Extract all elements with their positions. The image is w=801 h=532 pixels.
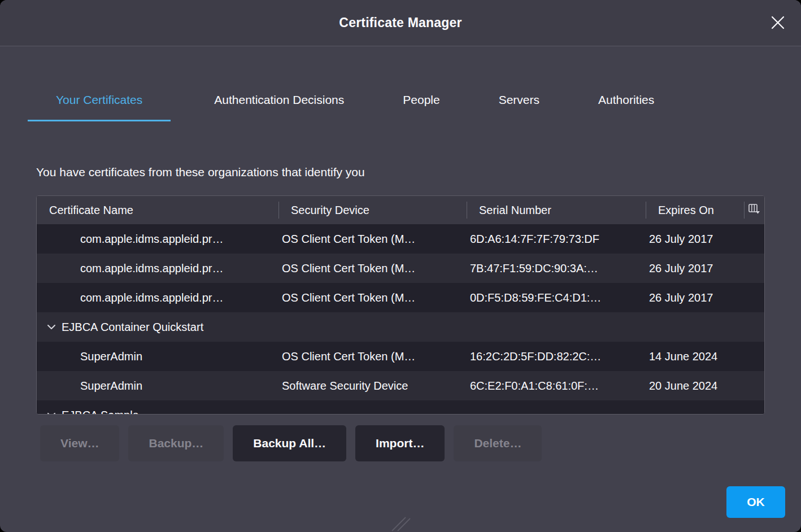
import-button[interactable]: Import… [355,425,445,461]
cell-security-device: Software Security Device [278,371,467,400]
column-header-expires-on[interactable]: Expires On [646,196,744,224]
tab-bar: Your Certificates Authentication Decisio… [28,80,773,121]
cell-expires-on: 20 June 2024 [646,371,764,400]
cell-certificate-name: SuperAdmin [37,342,278,371]
cell-certificate-name: com.apple.idms.appleid.pr… [37,254,278,283]
cell-serial-number: 16:2C:2D:5F:DD:82:2C:… [467,342,646,371]
tab-servers[interactable]: Servers [484,80,554,121]
backup-button[interactable]: Backup… [128,425,224,461]
group-label: EJBCA Sample [62,409,139,415]
dialog-titlebar: Certificate Manager [0,0,801,46]
tab-authentication-decisions[interactable]: Authentication Decisions [199,80,359,121]
close-icon [770,15,785,32]
backup-all-button[interactable]: Backup All… [233,425,346,461]
column-picker-button[interactable] [744,196,764,224]
cell-expires-on: 14 June 2024 [646,342,764,371]
table-row[interactable]: SuperAdmin OS Client Cert Token (M… 16:2… [37,342,764,371]
ok-button[interactable]: OK [726,486,785,518]
table-row[interactable]: SuperAdmin Software Security Device 6C:E… [37,371,764,400]
intro-text: You have certificates from these organiz… [36,165,365,179]
cell-security-device: OS Client Cert Token (M… [278,283,467,312]
column-header-certificate-name[interactable]: Certificate Name [37,196,278,224]
cell-serial-number: 0D:F5:D8:59:FE:C4:D1:… [467,283,646,312]
view-button[interactable]: View… [40,425,119,461]
column-picker-icon [748,204,760,216]
close-button[interactable] [769,15,786,32]
group-label: EJBCA Container Quickstart [62,321,203,334]
tab-your-certificates[interactable]: Your Certificates [28,80,171,121]
cell-security-device: OS Client Cert Token (M… [278,224,467,254]
cell-security-device: OS Client Cert Token (M… [278,254,467,283]
cell-expires-on: 26 July 2017 [646,283,764,312]
resize-grip[interactable] [389,516,411,532]
table-row[interactable]: com.apple.idms.appleid.pr… OS Client Cer… [37,224,764,254]
action-button-row: View… Backup… Backup All… Import… Delete… [40,425,542,461]
cell-security-device: OS Client Cert Token (M… [278,342,467,371]
table-group-row[interactable]: EJBCA Container Quickstart [37,312,764,342]
tab-authorities[interactable]: Authorities [584,80,669,121]
chevron-down-icon[interactable] [47,412,56,415]
table-group-row[interactable]: EJBCA Sample [37,400,764,415]
screen: Certificate Manager Your Certificates Au… [0,0,801,532]
table-row[interactable]: com.apple.idms.appleid.pr… OS Client Cer… [37,283,764,312]
column-header-security-device[interactable]: Security Device [278,196,467,224]
chevron-down-icon[interactable] [47,324,56,330]
cell-serial-number: 6D:A6:14:7F:7F:79:73:DF [467,224,646,254]
table-row[interactable]: com.apple.idms.appleid.pr… OS Client Cer… [37,254,764,283]
cell-serial-number: 7B:47:F1:59:DC:90:3A:… [467,254,646,283]
column-header-serial-number[interactable]: Serial Number [467,196,646,224]
cell-certificate-name: SuperAdmin [37,371,278,400]
cell-certificate-name: com.apple.idms.appleid.pr… [37,283,278,312]
certificate-manager-dialog: Certificate Manager Your Certificates Au… [0,0,801,532]
cell-expires-on: 26 July 2017 [646,254,764,283]
cell-certificate-name: com.apple.idms.appleid.pr… [37,224,278,254]
cell-expires-on: 26 July 2017 [646,224,764,254]
cell-serial-number: 6C:E2:F0:A1:C8:61:0F:… [467,371,646,400]
tab-people[interactable]: People [388,80,454,121]
dialog-title: Certificate Manager [339,15,462,30]
table-header: Certificate Name Security Device Serial … [37,196,764,224]
certificates-table: Certificate Name Security Device Serial … [36,195,765,415]
delete-button[interactable]: Delete… [454,425,542,461]
